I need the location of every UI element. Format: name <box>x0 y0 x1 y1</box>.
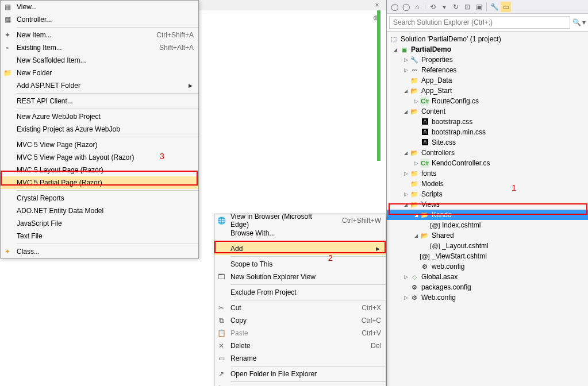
solution-explorer: ◯ ◯ ⌂ ⟲ ▾ ↻ ⊡ ▣ 🔧 ▭ 🔍 ▾ ⬚ Solution 'Part… <box>386 0 588 386</box>
config-icon: ⚙ <box>410 283 419 292</box>
tree-bootstrap-css[interactable]: 🅰bootstrap.css <box>387 117 588 127</box>
tree-webconfig2[interactable]: ⚙Web.config <box>387 292 588 303</box>
menu-text-file[interactable]: Text File <box>1 230 198 242</box>
menu-cut[interactable]: ✂CutCtrl+X <box>214 302 386 314</box>
annotation-2: 2 <box>328 253 333 263</box>
folder-icon: 📂 <box>410 107 419 116</box>
folder-icon: 📂 <box>420 210 429 219</box>
tree-bootstrap-min[interactable]: 🅰bootstrap.min.css <box>387 127 588 137</box>
tree-references[interactable]: ▫▫References <box>387 65 588 75</box>
paste-icon: 📋 <box>214 329 228 337</box>
menu-ado-net[interactable]: ADO.NET Entity Data Model <box>1 204 198 217</box>
menu-properties[interactable]: 🔧PropertiesAlt+Enter <box>214 383 386 386</box>
tree-routeconfig[interactable]: C#RouteConfig.cs <box>387 96 588 106</box>
menu-mvc5-view[interactable]: MVC 5 View Page (Razor) <box>1 138 198 151</box>
home-icon[interactable]: ⌂ <box>412 2 422 12</box>
dropdown-icon[interactable]: ▾ <box>439 2 449 12</box>
explorer-icon: 🗔 <box>214 273 228 281</box>
folder-icon: 📂 <box>410 200 419 209</box>
close-icon[interactable]: × <box>373 1 381 9</box>
cut-icon: ✂ <box>214 304 228 312</box>
menu-asp-folder[interactable]: Add ASP.NET Folder▶ <box>1 79 198 92</box>
search-input[interactable] <box>389 16 570 29</box>
view-icon: ▦ <box>1 3 14 11</box>
menu-open-folder[interactable]: ↗Open Folder in File Explorer <box>214 368 386 380</box>
menu-exclude[interactable]: Exclude From Project <box>214 286 386 299</box>
change-indicator <box>377 10 381 161</box>
explorer-toolbar: ◯ ◯ ⌂ ⟲ ▾ ↻ ⊡ ▣ 🔧 ▭ <box>387 0 588 14</box>
tree-models[interactable]: 📁Models <box>387 179 588 189</box>
properties-icon[interactable]: 🔧 <box>489 2 499 12</box>
cshtml-icon: [@] <box>431 221 440 230</box>
search-row: 🔍 ▾ <box>387 14 588 32</box>
menu-new-explorer-view[interactable]: 🗔New Solution Explorer View <box>214 271 386 283</box>
submenu-arrow-icon: ▶ <box>187 83 194 88</box>
tree-index-cshtml[interactable]: [@]Index.cshtml <box>387 220 588 230</box>
menu-existing-item[interactable]: ▫Existing Item...Shift+Alt+A <box>1 41 198 54</box>
menu-mvc5-layout[interactable]: MVC 5 Layout Page (Razor) <box>1 164 198 176</box>
tree-properties[interactable]: 🔧Properties <box>387 55 588 65</box>
tree-views[interactable]: 📂Views <box>387 199 588 210</box>
cshtml-icon: [@] <box>420 252 429 261</box>
menu-copy[interactable]: ⧉CopyCtrl+C <box>214 314 386 327</box>
menu-mvc5-partial[interactable]: MVC 5 Partial Page (Razor) <box>1 176 198 189</box>
menu-class[interactable]: ✦Class... <box>1 245 198 258</box>
csharp-project-icon: ▣ <box>399 45 409 54</box>
context-menu-folder: 🌐View in Browser (Microsoft Edge)Ctrl+Sh… <box>214 214 386 386</box>
rename-icon: ▭ <box>214 354 228 362</box>
tree-content[interactable]: 📂Content <box>387 106 588 117</box>
tree-layout-cshtml[interactable]: [@]_Layout.cshtml <box>387 241 588 251</box>
refresh-icon[interactable]: ↻ <box>451 2 461 12</box>
menu-rename[interactable]: ▭Rename <box>214 352 386 365</box>
menu-view[interactable]: ▦View... <box>1 1 198 13</box>
show-all-icon[interactable]: ▣ <box>474 2 484 12</box>
menu-new-folder[interactable]: 📁New Folder <box>1 67 198 79</box>
forward-icon[interactable]: ◯ <box>401 2 411 12</box>
tree-fonts[interactable]: 📁fonts <box>387 168 588 179</box>
menu-delete[interactable]: ✕DeleteDel <box>214 339 386 352</box>
existing-item-icon: ▫ <box>1 44 14 52</box>
preview-icon[interactable]: ▭ <box>501 2 511 12</box>
annotation-1: 1 <box>512 183 516 192</box>
project-label: PartialDemo <box>411 45 451 53</box>
wrench-icon: 🔧 <box>410 55 419 64</box>
menu-mvc5-view-layout[interactable]: MVC 5 View Page with Layout (Razor) <box>1 151 198 164</box>
cs-icon: C# <box>420 96 429 106</box>
menu-scope-to-this[interactable]: Scope to This <box>214 258 386 271</box>
tree-kendocontroller[interactable]: C#KendoController.cs <box>387 158 588 168</box>
menu-js-file[interactable]: JavaScript File <box>1 217 198 230</box>
project-node[interactable]: ▣ PartialDemo <box>387 44 588 55</box>
solution-node[interactable]: ⬚ Solution 'PartialDemo' (1 project) <box>387 34 588 44</box>
menu-new-item[interactable]: ✦New Item...Ctrl+Shift+A <box>1 29 198 41</box>
sync-icon[interactable]: ⟲ <box>428 2 438 12</box>
annotation-3: 3 <box>160 152 164 161</box>
tree-webconfig[interactable]: ⚙web.config <box>387 261 588 272</box>
menu-add[interactable]: Add▶ <box>214 242 386 255</box>
tree-appdata[interactable]: 📁App_Data <box>387 75 588 86</box>
tree-site-css[interactable]: 🅰Site.css <box>387 137 588 148</box>
asax-icon: ◇ <box>410 272 419 281</box>
menu-controller[interactable]: ▦Controller... <box>1 13 198 26</box>
references-icon: ▫▫ <box>410 65 419 75</box>
tree-kendo-folder[interactable]: 📂Kendo <box>387 210 588 220</box>
search-icon[interactable]: 🔍 <box>572 18 581 26</box>
tree-packages-config[interactable]: ⚙packages.config <box>387 282 588 292</box>
collapse-icon[interactable]: ⊡ <box>462 2 472 12</box>
tree-viewstart[interactable]: [@]_ViewStart.cshtml <box>387 251 588 261</box>
back-icon[interactable]: ◯ <box>389 2 399 12</box>
open-folder-icon: ↗ <box>214 370 228 378</box>
tree-shared[interactable]: 📂Shared <box>387 230 588 241</box>
menu-existing-webjob[interactable]: Existing Project as Azure WebJob <box>1 123 198 136</box>
tree-appstart[interactable]: 📂App_Start <box>387 86 588 96</box>
menu-crystal[interactable]: Crystal Reports <box>1 192 198 204</box>
menu-new-webjob[interactable]: New Azure WebJob Project <box>1 110 198 123</box>
css-icon: 🅰 <box>420 138 429 147</box>
tree-controllers[interactable]: 📂Controllers <box>387 148 588 158</box>
menu-view-in-browser[interactable]: 🌐View in Browser (Microsoft Edge)Ctrl+Sh… <box>214 214 386 227</box>
menu-rest-api[interactable]: REST API Client... <box>1 95 198 107</box>
menu-browse-with[interactable]: Browse With... <box>214 227 386 240</box>
tree-global-asax[interactable]: ◇Global.asax <box>387 272 588 282</box>
tree-scripts[interactable]: 📁Scripts <box>387 189 588 199</box>
search-dropdown-icon[interactable]: ▾ <box>582 18 586 26</box>
menu-scaffolded[interactable]: New Scaffolded Item... <box>1 54 198 67</box>
